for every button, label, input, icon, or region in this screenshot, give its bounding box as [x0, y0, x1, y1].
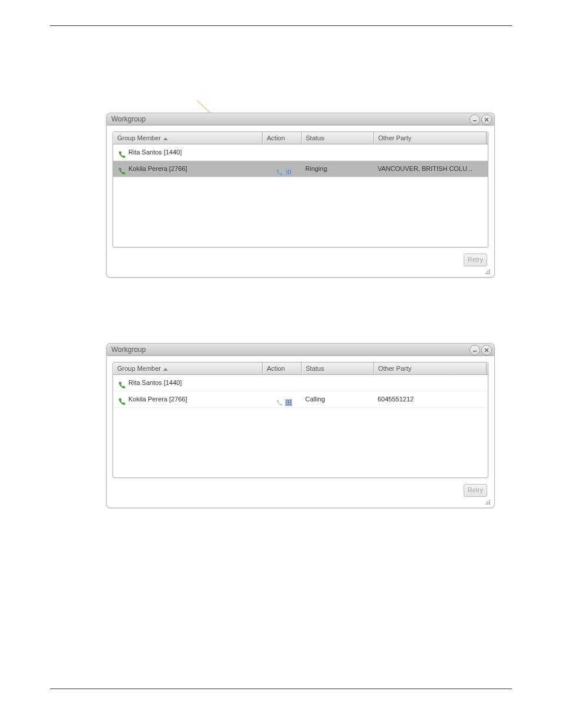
svg-rect-8: [286, 173, 287, 174]
panel-footer: Retry: [107, 484, 494, 508]
panel-body: Group MemberActionStatusOther PartyRita …: [113, 362, 488, 478]
col-other-label: Other Party: [378, 365, 411, 372]
action-cell: [266, 161, 302, 177]
action-cell: [266, 144, 302, 160]
svg-point-29: [487, 503, 488, 505]
phone-icon: [118, 149, 126, 157]
col-action-label: Action: [267, 134, 285, 141]
panel-title: Workgroup: [111, 113, 146, 125]
column-headers: Group MemberActionStatusOther Party: [113, 363, 488, 375]
workgroup-panel: WorkgroupGroup MemberActionStatusOther P…: [107, 113, 494, 277]
col-member-header[interactable]: Group Member: [113, 363, 263, 374]
col-member-label: Group Member: [117, 365, 161, 372]
status-cell: [305, 375, 374, 391]
status-cell: Calling: [305, 391, 374, 407]
svg-rect-9: [288, 173, 289, 174]
svg-rect-2: [286, 170, 287, 171]
panel-titlebar[interactable]: Workgroup: [107, 344, 494, 356]
svg-rect-23: [288, 402, 289, 403]
col-other-header[interactable]: Other Party: [374, 363, 487, 374]
status-cell: Ringing: [305, 161, 374, 177]
panel-title: Workgroup: [111, 344, 146, 355]
other-party-cell: VANCOUVER, BRITISH COLU...: [378, 161, 487, 177]
svg-point-15: [487, 271, 488, 272]
other-party-cell: [378, 375, 487, 391]
svg-point-33: [489, 500, 490, 501]
svg-point-30: [489, 502, 490, 503]
panel-titlebar[interactable]: Workgroup: [107, 113, 494, 126]
svg-point-31: [485, 503, 487, 505]
member-cell: Kokila Perera [2766]: [118, 161, 263, 177]
col-member-label: Group Member: [117, 134, 161, 141]
minimize-button[interactable]: [470, 345, 480, 355]
svg-rect-24: [290, 402, 291, 403]
svg-rect-0: [473, 120, 477, 121]
svg-rect-27: [290, 404, 291, 405]
svg-rect-25: [286, 404, 287, 405]
page-divider: [50, 689, 512, 689]
phone-icon: [118, 165, 126, 173]
sort-asc-icon: [163, 137, 168, 140]
svg-rect-10: [290, 173, 291, 174]
panel-body: Group MemberActionStatusOther PartyRita …: [113, 131, 488, 248]
workgroup-panel: WorkgroupGroup MemberActionStatusOther P…: [107, 344, 494, 508]
member-cell: Kokila Perera [2766]: [118, 391, 263, 407]
col-member-header[interactable]: Group Member: [113, 132, 263, 144]
svg-rect-3: [288, 170, 289, 171]
member-cell: Rita Santos [1440]: [118, 144, 263, 160]
svg-rect-19: [286, 400, 287, 401]
svg-point-16: [489, 269, 490, 271]
svg-rect-20: [288, 400, 289, 401]
svg-point-12: [487, 273, 488, 274]
table-row[interactable]: Rita Santos [1440]: [113, 375, 488, 391]
window-buttons: [470, 114, 492, 125]
col-status-header[interactable]: Status: [302, 363, 374, 374]
svg-point-11: [489, 273, 490, 274]
minimize-button[interactable]: [470, 114, 480, 125]
svg-point-32: [487, 502, 488, 503]
keypad-icon[interactable]: [285, 396, 292, 403]
col-action-header[interactable]: Action: [263, 132, 302, 144]
member-name: Kokila Perera [2766]: [128, 396, 187, 403]
table-row[interactable]: Kokila Perera [2766]Calling6045551212: [113, 391, 488, 408]
other-party-cell: 6045551212: [378, 391, 487, 407]
svg-point-13: [489, 271, 490, 272]
member-name: Rita Santos [1440]: [128, 149, 182, 156]
other-party-cell: [378, 144, 487, 160]
table-row[interactable]: Rita Santos [1440]: [113, 144, 488, 161]
close-button[interactable]: [481, 345, 492, 355]
phone-icon: [118, 396, 126, 404]
table-row[interactable]: Kokila Perera [2766]RingingVANCOUVER, BR…: [113, 161, 488, 177]
member-name: Kokila Perera [2766]: [128, 165, 187, 172]
close-button[interactable]: [481, 114, 492, 125]
sort-asc-icon: [163, 368, 168, 371]
col-action-label: Action: [267, 365, 285, 372]
svg-point-14: [485, 273, 487, 274]
col-action-header[interactable]: Action: [263, 363, 302, 374]
svg-rect-22: [286, 402, 287, 403]
retry-button[interactable]: Retry: [464, 484, 487, 497]
phone-icon: [118, 379, 126, 387]
svg-rect-26: [288, 404, 289, 405]
keypad-icon[interactable]: [285, 166, 292, 173]
window-buttons: [470, 345, 492, 355]
panel-footer: Retry: [107, 253, 494, 277]
col-other-label: Other Party: [378, 134, 411, 141]
col-status-label: Status: [306, 134, 324, 141]
action-cell: [266, 391, 302, 407]
page-divider: [50, 25, 512, 26]
answer-call-icon[interactable]: [276, 166, 283, 173]
resize-grip-icon[interactable]: [484, 498, 491, 505]
retry-button[interactable]: Retry: [464, 253, 487, 266]
svg-rect-7: [290, 172, 291, 173]
svg-rect-5: [286, 172, 287, 173]
answer-call-icon[interactable]: [276, 396, 283, 403]
action-cell: [266, 375, 302, 391]
svg-point-28: [489, 503, 490, 505]
col-other-header[interactable]: Other Party: [374, 132, 487, 144]
resize-grip-icon[interactable]: [484, 268, 491, 275]
col-status-header[interactable]: Status: [302, 132, 374, 144]
svg-rect-4: [290, 170, 291, 171]
column-headers: Group MemberActionStatusOther Party: [113, 132, 488, 144]
member-name: Rita Santos [1440]: [128, 379, 182, 386]
